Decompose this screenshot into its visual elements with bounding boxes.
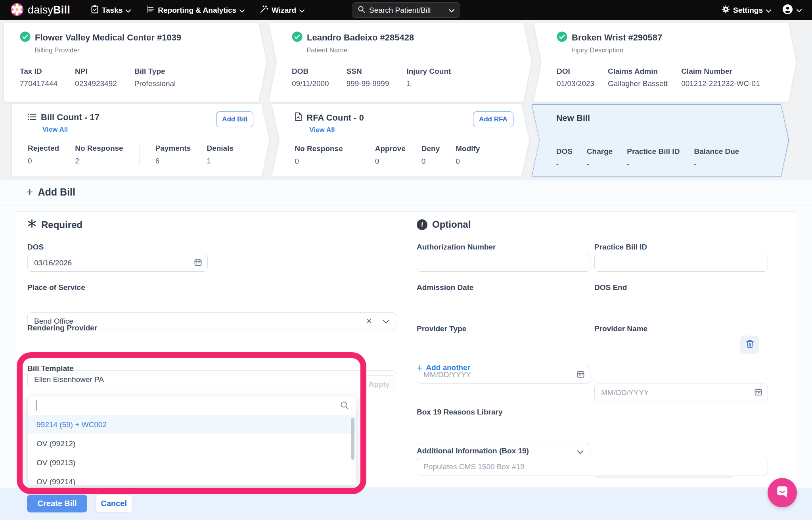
rfa-count-card: RFA Count - 0 View All Add RFA No Respon…	[272, 104, 529, 177]
stat-deny: Deny 0	[421, 144, 440, 166]
stat-divider	[139, 145, 140, 165]
stat-charge: Charge -	[587, 147, 613, 169]
calendar-icon[interactable]	[576, 370, 585, 380]
chevron-down-icon	[766, 6, 771, 15]
patient-bill-search[interactable]: Search Patient/Bill	[352, 2, 460, 18]
wizard-wand-icon	[260, 5, 268, 15]
authorization-number-input[interactable]	[417, 254, 590, 272]
additional-info-label: Additional Information (Box 19)	[417, 447, 529, 455]
dos-field-wrap	[27, 254, 208, 272]
stat-approve: Approve 0	[375, 144, 406, 166]
calendar-icon[interactable]	[754, 388, 762, 397]
stat-balance-due: Balance Due -	[694, 147, 739, 169]
chevron-down-icon	[449, 6, 454, 15]
dropdown-option-4[interactable]: OV (99214)	[28, 472, 356, 485]
add-bill-button[interactable]: Add Bill	[216, 111, 253, 127]
apply-button[interactable]: Apply	[362, 375, 396, 393]
dos-input[interactable]	[27, 254, 208, 272]
stat-denials: Denials 1	[207, 144, 234, 165]
count-card-row: Bill Count - 17 View All Add Bill Reject…	[12, 104, 789, 177]
rfa-view-all-link[interactable]: View All	[309, 126, 335, 134]
stat-rejected: Rejected 0	[28, 144, 59, 165]
field-tax-id: Tax ID 770417444	[20, 67, 57, 88]
bill-template-label: Bill Template	[27, 364, 74, 373]
add-another-link[interactable]: + Add another	[417, 363, 470, 373]
required-section-title: Required	[27, 219, 82, 230]
dropdown-search-input[interactable]	[28, 395, 356, 415]
remove-provider-button[interactable]	[740, 336, 759, 354]
provider-name-label: Provider Name	[594, 324, 647, 333]
rfa-document-icon	[295, 112, 302, 123]
nav-item-reporting[interactable]: Reporting & Analytics	[146, 5, 245, 15]
field-claims-admin: Claims Admin Gallagher Bassett	[608, 67, 668, 88]
plus-icon: +	[417, 363, 423, 373]
check-circle-icon	[557, 31, 567, 44]
card-subtitle: Billing Provider	[34, 46, 255, 54]
field-doi: DOI 01/03/2023	[557, 67, 594, 88]
text-caret	[36, 400, 36, 411]
practice-bill-id-input[interactable]	[594, 254, 768, 272]
dos-end-label: DOS End	[594, 283, 627, 292]
dos-label: DOS	[27, 243, 44, 251]
injury-card[interactable]: Broken Wrist #290587 Injury Description …	[534, 23, 796, 102]
brand-logo[interactable]: daisyBill	[10, 3, 70, 18]
chevron-down-icon	[797, 7, 802, 14]
bill-template-dropdown: 99214 (59) + WC002 OV (99212) OV (99213)…	[27, 395, 356, 485]
place-of-service-label: Place of Service	[27, 283, 85, 292]
chat-support-button[interactable]	[768, 478, 797, 507]
bill-list-icon	[28, 113, 36, 122]
user-account-menu[interactable]	[782, 4, 802, 16]
stat-dos: DOS -	[556, 147, 573, 169]
settings-menu[interactable]: Settings	[722, 5, 771, 15]
reporting-chart-icon	[146, 5, 155, 15]
chevron-down-icon	[126, 6, 131, 15]
nav-item-wizard[interactable]: Wizard	[260, 5, 304, 15]
billing-provider-card[interactable]: Flower Valley Medical Center #1039 Billi…	[4, 23, 266, 102]
field-ssn: SSN 999-99-9999	[347, 67, 389, 88]
optional-divider	[417, 388, 765, 388]
add-rfa-button[interactable]: Add RFA	[473, 111, 513, 127]
field-dob: DOB 09/11/2000	[292, 67, 329, 88]
bill-view-all-link[interactable]: View All	[42, 126, 68, 134]
clear-x-icon[interactable]: ✕	[366, 317, 372, 326]
dropdown-option-2[interactable]: OV (99212)	[28, 434, 356, 453]
dos-end-input[interactable]	[594, 384, 768, 401]
additional-info-input[interactable]	[417, 458, 768, 476]
practice-bill-id-label: Practice Bill ID	[594, 243, 647, 251]
card-subtitle: Injury Description	[571, 46, 784, 54]
user-avatar-icon	[782, 4, 793, 16]
patient-card[interactable]: Leandro Badeixo #285428 Patient Name DOB…	[269, 23, 531, 102]
nav-menu: Tasks Reporting & Analytics	[91, 5, 304, 15]
chevron-down-icon	[577, 447, 584, 456]
dropdown-scrollbar[interactable]	[351, 418, 354, 460]
admission-date-label: Admission Date	[417, 283, 474, 292]
card-title: Flower Valley Medical Center #1039	[35, 33, 181, 43]
stat-payments: Payments 6	[155, 144, 191, 165]
optional-section-title: i Optional	[417, 219, 471, 230]
card-title: Bill Count - 17	[41, 112, 100, 123]
asterisk-icon	[27, 219, 36, 230]
stat-no-response: No Response 2	[75, 144, 123, 165]
create-bill-button[interactable]: Create Bill	[27, 495, 87, 512]
chevron-down-icon	[239, 6, 245, 15]
nav-right: Settings	[722, 0, 802, 20]
field-bill-type: Bill Type Professional	[134, 67, 176, 88]
cancel-button[interactable]: Cancel	[95, 495, 132, 512]
calendar-icon[interactable]	[194, 258, 202, 268]
new-bill-card: New Bill DOS - Charge - Practice Bill ID…	[532, 104, 789, 177]
authorization-number-label: Authorization Number	[417, 243, 496, 251]
rendering-provider-label: Rendering Provider	[27, 324, 97, 332]
search-icon	[358, 6, 365, 15]
footer-action-bar: Create Bill Cancel	[0, 488, 812, 520]
gear-icon	[722, 5, 730, 15]
nav-item-tasks[interactable]: Tasks	[91, 5, 131, 15]
stat-modify: Modify 0	[456, 144, 480, 166]
add-bill-section-header: + Add Bill	[0, 180, 812, 205]
dropdown-option-3[interactable]: OV (99213)	[28, 453, 356, 472]
dropdown-option-1[interactable]: 99214 (59) + WC002	[28, 415, 356, 434]
rendering-provider-select[interactable]: Ellen Eisenhower PA ✕	[27, 370, 396, 388]
card-title: Broken Wrist #290587	[572, 33, 662, 43]
provider-type-label: Provider Type	[417, 324, 466, 333]
info-icon: i	[417, 219, 427, 230]
daisy-flower-icon	[10, 3, 24, 18]
